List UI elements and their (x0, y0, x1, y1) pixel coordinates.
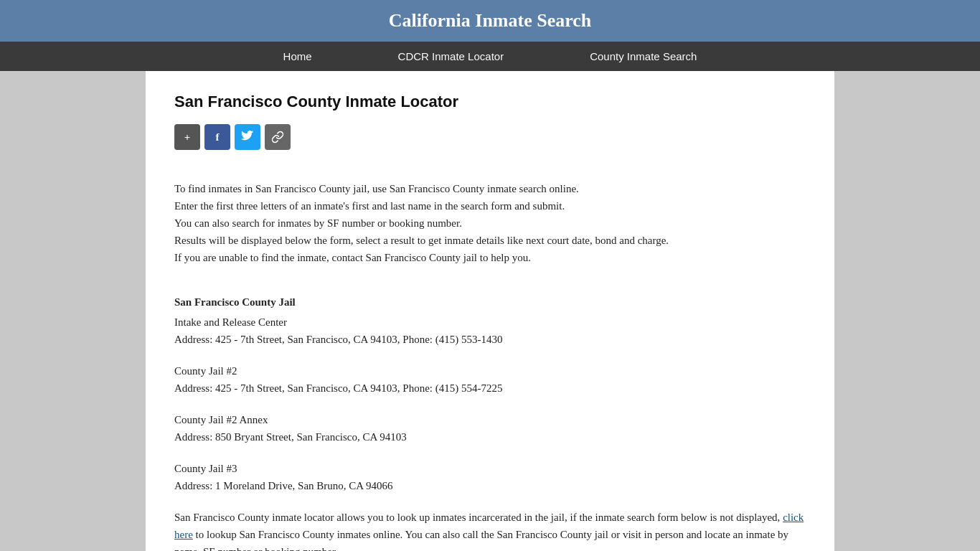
main-nav: Home CDCR Inmate Locator County Inmate S… (0, 42, 980, 71)
site-title: California Inmate Search (14, 10, 966, 32)
nav-cdcr[interactable]: CDCR Inmate Locator (355, 42, 547, 71)
twitter-button[interactable] (235, 124, 260, 150)
intro-line-5: If you are unable to find the inmate, co… (174, 249, 806, 266)
footer-text-before-link: San Francisco County inmate locator allo… (174, 512, 783, 523)
jail-section-title: San Francisco County Jail (174, 293, 806, 311)
jail-3-name: County Jail #3 (174, 460, 806, 477)
share-button[interactable]: + (174, 124, 200, 150)
intro-line-1: To find inmates in San Francisco County … (174, 180, 806, 197)
jail-2-block: County Jail #2 Address: 425 - 7th Street… (174, 362, 806, 397)
nav-home[interactable]: Home (240, 42, 355, 71)
jail-2-address: Address: 425 - 7th Street, San Francisco… (174, 380, 806, 397)
jail-2-name: County Jail #2 (174, 362, 806, 380)
intro-line-3: You can also search for inmates by SF nu… (174, 215, 806, 232)
jail-2-annex-name: County Jail #2 Annex (174, 411, 806, 428)
jail-2-annex-block: County Jail #2 Annex Address: 850 Bryant… (174, 411, 806, 446)
footer-paragraph: San Francisco County inmate locator allo… (174, 509, 806, 551)
site-header: California Inmate Search (0, 0, 980, 42)
jail-intake-name: Intake and Release Center (174, 314, 806, 331)
main-content: San Francisco County Inmate Locator + f … (146, 71, 834, 551)
jail-intake-address: Address: 425 - 7th Street, San Francisco… (174, 331, 806, 348)
intro-line-4: Results will be displayed below the form… (174, 232, 806, 249)
intro-line-2: Enter the first three letters of an inma… (174, 197, 806, 215)
jail-3-address: Address: 1 Moreland Drive, San Bruno, CA… (174, 477, 806, 494)
facebook-button[interactable]: f (204, 124, 230, 150)
jail-main-block: San Francisco County Jail Intake and Rel… (174, 293, 806, 348)
footer-text-after-link: to lookup San Francisco County inmates o… (174, 529, 788, 551)
twitter-icon (241, 131, 254, 143)
copy-link-button[interactable] (265, 124, 291, 150)
jail-3-block: County Jail #3 Address: 1 Moreland Drive… (174, 460, 806, 494)
footer-text-block: San Francisco County inmate locator allo… (174, 509, 806, 551)
share-buttons-group: + f (174, 124, 806, 150)
intro-text-block: To find inmates in San Francisco County … (174, 180, 806, 266)
jail-2-annex-address: Address: 850 Bryant Street, San Francisc… (174, 428, 806, 446)
link-icon (271, 131, 284, 143)
nav-county[interactable]: County Inmate Search (547, 42, 740, 71)
page-title: San Francisco County Inmate Locator (174, 93, 806, 111)
